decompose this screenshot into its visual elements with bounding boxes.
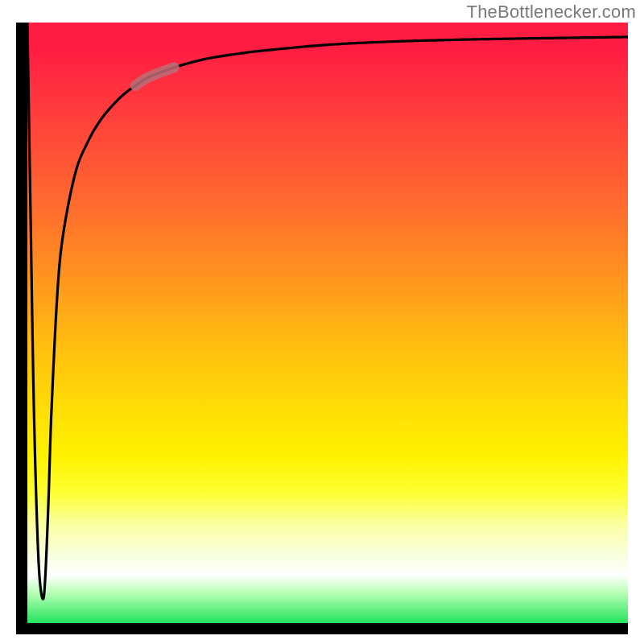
bottleneck-curve <box>27 23 628 599</box>
plot-area <box>27 23 628 623</box>
attribution-label: TheBottlenecker.com <box>467 2 636 23</box>
curve-highlight <box>135 68 174 85</box>
chart-frame <box>16 23 628 634</box>
curve-svg <box>27 23 628 623</box>
chart-stage: TheBottlenecker.com <box>0 0 644 644</box>
